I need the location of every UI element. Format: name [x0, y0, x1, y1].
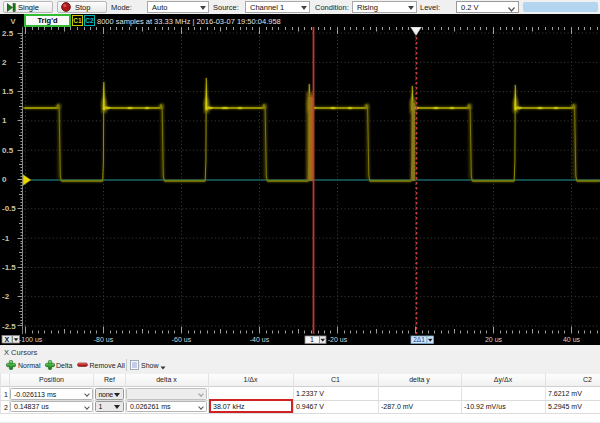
svg-text:0.5: 0.5 — [2, 146, 14, 155]
svg-text:1: 1 — [2, 116, 7, 125]
svg-text:2Δ1: 2Δ1 — [413, 336, 425, 343]
svg-text:-80 us: -80 us — [94, 336, 114, 343]
svg-text:1.5: 1.5 — [2, 87, 14, 96]
svg-text:2.5: 2.5 — [2, 29, 14, 38]
svg-text:20 us: 20 us — [485, 336, 503, 343]
svg-text:X: X — [5, 336, 10, 343]
svg-text:40 us: 40 us — [563, 336, 581, 343]
svg-text:-2: -2 — [2, 292, 10, 301]
svg-text:-1: -1 — [2, 234, 10, 243]
svg-text:2: 2 — [2, 58, 7, 67]
svg-text:-100 us: -100 us — [19, 336, 43, 343]
svg-text:-20 us: -20 us — [328, 336, 348, 343]
svg-text:-0.5: -0.5 — [2, 204, 16, 213]
svg-text:-1.5: -1.5 — [2, 263, 16, 272]
svg-text:0: 0 — [2, 175, 7, 184]
svg-text:-2.5: -2.5 — [2, 322, 16, 331]
svg-text:-60 us: -60 us — [172, 336, 192, 343]
svg-text:-40 us: -40 us — [250, 336, 270, 343]
svg-text:1: 1 — [310, 336, 314, 343]
